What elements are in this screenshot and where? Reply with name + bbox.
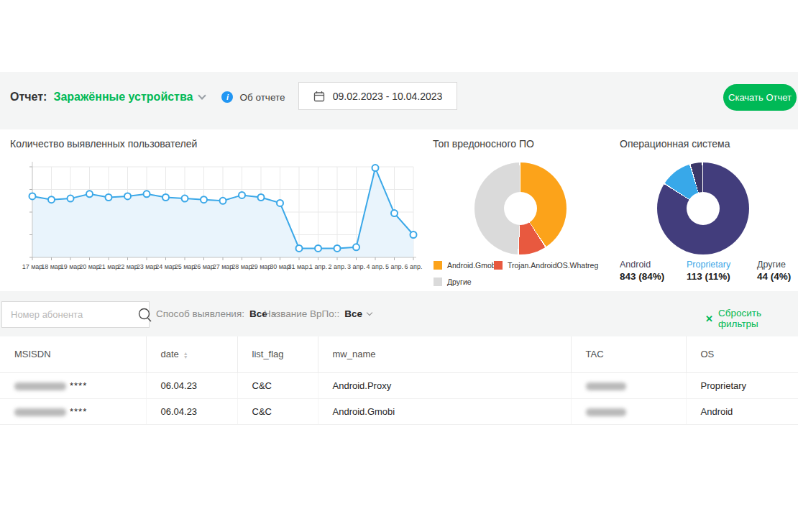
close-icon: ✕ — [705, 313, 713, 324]
cell-date: 06.04.23 — [146, 372, 237, 398]
os-stat-android: Android 843 (84%) — [620, 260, 664, 283]
malware-chart-title: Топ вредоносного ПО — [433, 138, 534, 150]
msisdn-mask-suffix: **** — [70, 406, 87, 417]
os-stat-other: Другие 44 (4%) — [757, 260, 791, 283]
donut-hole — [504, 192, 537, 225]
cell-tac — [571, 372, 686, 398]
svg-text:20 мар: 20 мар — [79, 263, 100, 270]
search-icon[interactable] — [137, 307, 153, 323]
malware-name-filter[interactable]: Название ВрПо:: Все — [264, 308, 372, 319]
legend-swatch — [494, 261, 503, 270]
svg-text:2 апр.: 2 апр. — [329, 263, 347, 270]
filter-value: Все — [344, 308, 362, 319]
svg-text:21 мар: 21 мар — [98, 263, 119, 270]
date-range-picker[interactable]: 09.02.2023 - 10.04.2023 — [298, 82, 457, 110]
svg-text:27 мар: 27 мар — [213, 263, 234, 270]
cell-list-flag: C&C — [237, 398, 318, 424]
infected-devices-table: MSISDN date▲▼ list_flag mw_name TAC OS *… — [0, 336, 798, 425]
sort-icon[interactable]: ▲▼ — [183, 352, 188, 359]
legend-item: Другие — [434, 278, 472, 286]
table-row: **** 06.04.23 C&C Android.Proxy Propriet… — [0, 372, 798, 398]
reset-filters-label: Сбросить фильтры — [718, 308, 798, 329]
cell-date: 06.04.23 — [146, 398, 237, 424]
svg-text:29 мар: 29 мар — [251, 263, 272, 270]
svg-text:3 апр.: 3 апр. — [347, 263, 365, 270]
infected-devices-dashboard: Отчет: Заражённые устройства i Об отчете… — [0, 0, 798, 532]
detection-method-filter[interactable]: Способ выявления: Все — [156, 308, 277, 319]
cell-mw-name: Android.Gmobi — [318, 398, 571, 424]
charts-panel: Количество выявленных пользователей 17 м… — [0, 129, 798, 291]
reset-filters-button[interactable]: ✕ Сбросить фильтры — [705, 308, 798, 329]
report-label: Отчет: — [10, 91, 47, 104]
table-row: **** 06.04.23 C&C Android.Gmobi Android — [0, 398, 798, 424]
os-stat-label: Другие — [757, 260, 791, 270]
os-donut-chart — [657, 162, 749, 254]
cell-os: Android — [686, 398, 798, 424]
cell-msisdn: **** — [0, 398, 146, 424]
cell-tac — [571, 398, 686, 424]
search-input[interactable] — [2, 309, 137, 320]
legend-label: Android.Gmobi — [447, 261, 497, 270]
os-stat-label: Proprietary — [687, 260, 730, 270]
os-chart-title: Операционная система — [620, 138, 730, 150]
masked-tac-blur — [586, 382, 626, 390]
msisdn-mask-suffix: **** — [70, 380, 87, 391]
filter-label: Способ выявления: — [156, 308, 244, 319]
calendar-icon — [313, 91, 325, 102]
users-line-chart: 17 мар18 мар19 мар20 мар21 мар22 мар23 м… — [0, 155, 424, 277]
info-icon[interactable]: i — [221, 91, 233, 103]
legend-swatch — [434, 261, 442, 270]
users-chart-title: Количество выявленных пользователей — [10, 138, 197, 150]
col-header-os: OS — [686, 336, 798, 372]
os-stat-value: 113 (11%) — [687, 270, 730, 283]
cell-mw-name: Android.Proxy — [318, 372, 571, 398]
col-header-tac: TAC — [571, 336, 686, 372]
legend-swatch — [434, 278, 442, 286]
legend-label: Другие — [447, 278, 472, 286]
filter-label: Название ВрПо:: — [264, 308, 339, 319]
cell-msisdn: **** — [0, 372, 146, 398]
chevron-down-icon — [367, 310, 372, 316]
donut-hole — [687, 192, 720, 225]
svg-text:22 мар: 22 мар — [117, 263, 138, 270]
report-selector[interactable]: Отчет: Заражённые устройства i Об отчете — [10, 88, 285, 106]
col-header-msisdn: MSISDN — [0, 336, 146, 372]
malware-donut-chart — [474, 162, 567, 254]
svg-text:26 мар: 26 мар — [193, 263, 214, 270]
svg-text:18 мар: 18 мар — [41, 263, 62, 270]
svg-text:1 апр.: 1 апр. — [309, 263, 327, 270]
legend-item: Trojan.AndroidOS.Whatreg — [494, 261, 598, 270]
masked-tac-blur — [586, 408, 626, 416]
masked-msisdn-blur — [14, 382, 66, 390]
download-report-button[interactable]: Скачать Отчет — [723, 84, 797, 111]
date-range-value: 09.02.2023 - 10.04.2023 — [333, 91, 443, 102]
svg-text:6 апр.: 6 апр. — [405, 263, 423, 270]
svg-text:23 мар: 23 мар — [137, 263, 157, 270]
masked-msisdn-blur — [14, 408, 66, 416]
report-title[interactable]: Заражённые устройства — [53, 91, 193, 104]
col-header-date[interactable]: date▲▼ — [146, 336, 237, 372]
svg-text:17 мар: 17 мар — [22, 263, 43, 270]
svg-text:28 мар: 28 мар — [231, 263, 252, 270]
os-stat-value: 843 (84%) — [620, 270, 664, 283]
chevron-down-icon — [198, 91, 206, 99]
subscriber-search[interactable] — [1, 301, 150, 328]
cell-os: Proprietary — [686, 372, 798, 398]
about-report-link[interactable]: Об отчете — [239, 92, 285, 103]
legend-label: Trojan.AndroidOS.Whatreg — [508, 261, 598, 270]
os-stat-proprietary: Proprietary 113 (11%) — [687, 260, 730, 283]
cell-list-flag: C&C — [237, 372, 318, 398]
col-header-mw-name: mw_name — [318, 336, 571, 372]
legend-item: Android.Gmobi — [434, 261, 497, 270]
svg-text:31 мар.: 31 мар. — [288, 263, 310, 270]
os-stat-label: Android — [620, 260, 664, 270]
svg-text:4 апр.: 4 апр. — [367, 263, 385, 270]
svg-text:24 мар: 24 мар — [155, 263, 176, 270]
os-stat-value: 44 (4%) — [757, 270, 791, 283]
svg-text:5 апр.: 5 апр. — [385, 263, 403, 270]
col-header-list-flag: list_flag — [237, 336, 318, 372]
svg-text:19 мар: 19 мар — [60, 263, 81, 270]
svg-text:25 мар: 25 мар — [175, 263, 196, 270]
table-header-row: MSISDN date▲▼ list_flag mw_name TAC OS — [0, 336, 798, 372]
